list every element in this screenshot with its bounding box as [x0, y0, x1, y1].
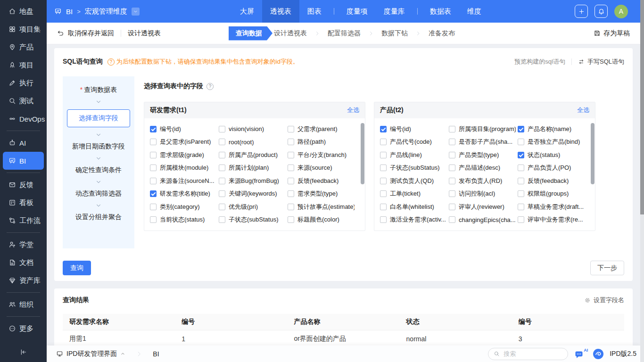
- tab-度量库[interactable]: 度量库: [376, 0, 413, 23]
- field-checkbox-item[interactable]: 白名单(whitelist): [380, 203, 449, 211]
- save-draft-button[interactable]: 存为草稿: [594, 29, 630, 38]
- current-app-label[interactable]: BI: [153, 350, 159, 358]
- field-checkbox-item[interactable]: 所属产品(product): [219, 151, 288, 159]
- sidebar-item-feedback[interactable]: 反馈: [3, 176, 44, 194]
- fields-help-icon[interactable]: ?: [206, 83, 214, 90]
- checkbox-unchecked[interactable]: [449, 165, 455, 171]
- checkbox-unchecked[interactable]: [449, 126, 455, 132]
- checkbox-unchecked[interactable]: [219, 152, 225, 158]
- field-checkbox-item[interactable]: 评审人(reviewer): [449, 203, 518, 211]
- page-scrollbar-thumb[interactable]: [640, 0, 644, 214]
- wizard-step-2[interactable]: 设计透视表: [272, 29, 308, 38]
- query-step-5[interactable]: 动态查询筛选器: [75, 189, 122, 198]
- query-step-1[interactable]: *查询数据表: [80, 86, 117, 94]
- checkbox-unchecked[interactable]: [219, 178, 225, 184]
- sidebar-item-bi[interactable]: BI: [3, 152, 44, 170]
- field-checkbox-item[interactable]: 产品代号(code): [380, 138, 449, 146]
- field-checkbox-item[interactable]: 是父需求(isParent): [150, 138, 219, 146]
- checkbox-unchecked[interactable]: [288, 178, 294, 184]
- sidebar-item-devops[interactable]: DevOps: [3, 110, 44, 128]
- field-checkbox-item[interactable]: 编号(id): [380, 125, 449, 133]
- select-all-link[interactable]: 全选: [577, 106, 589, 115]
- field-checkbox-item[interactable]: 所属模块(module): [150, 164, 219, 172]
- field-checkbox-item[interactable]: 子状态(subStatus): [219, 215, 288, 224]
- checkbox-unchecked[interactable]: [449, 178, 455, 184]
- checkbox-unchecked[interactable]: [219, 165, 225, 171]
- checkbox-unchecked[interactable]: [219, 190, 225, 197]
- field-checkbox-item[interactable]: 子状态(subStatus): [380, 164, 449, 172]
- wizard-step-4[interactable]: 数据下钻: [380, 29, 409, 38]
- checkbox-unchecked[interactable]: [150, 178, 157, 184]
- workspace-switcher[interactable]: IPD研发管理界面: [56, 350, 125, 358]
- field-checkbox-item[interactable]: vision(vision): [219, 125, 288, 132]
- field-checkbox-item[interactable]: 产品描述(desc): [449, 164, 518, 172]
- checkbox-unchecked[interactable]: [288, 126, 294, 132]
- checkbox-unchecked[interactable]: [518, 190, 524, 197]
- sidebar-collapse-button[interactable]: [0, 342, 47, 362]
- wizard-step-3[interactable]: 配置筛选器: [326, 29, 362, 38]
- checkbox-unchecked[interactable]: [518, 178, 524, 184]
- checkbox-unchecked[interactable]: [219, 139, 225, 145]
- field-checkbox-item[interactable]: 权限组(groups): [518, 189, 586, 198]
- checkbox-checked[interactable]: [518, 126, 524, 132]
- field-checkbox-item[interactable]: 优先级(pri): [219, 203, 288, 211]
- checkbox-unchecked[interactable]: [449, 216, 455, 223]
- ai-assistant-button[interactable]: AI: [574, 348, 587, 360]
- sidebar-item-programs[interactable]: 项目集: [3, 20, 44, 38]
- page-title[interactable]: 宏观管理维度: [85, 7, 127, 16]
- checkbox-unchecked[interactable]: [288, 204, 294, 210]
- sidebar-item-learning[interactable]: 学堂: [3, 236, 44, 254]
- field-checkbox-item[interactable]: 来源Bug(fromBug): [219, 177, 288, 185]
- checkbox-unchecked[interactable]: [150, 139, 157, 145]
- field-checkbox-item[interactable]: 预计故事点(estimate): [288, 203, 356, 211]
- field-checkbox-item[interactable]: 产品类型(type): [449, 151, 518, 159]
- sidebar-item-workflow[interactable]: 工作流: [3, 212, 44, 230]
- field-checkbox-item[interactable]: 当前状态(status): [150, 215, 219, 224]
- ipd-logo-icon[interactable]: [593, 349, 603, 359]
- panel-scrollbar-thumb[interactable]: [361, 123, 364, 184]
- query-button[interactable]: 查询: [63, 261, 91, 275]
- sidebar-item-execution[interactable]: 执行: [3, 74, 44, 92]
- field-checkbox-item[interactable]: 来源备注(sourceN...: [150, 177, 219, 185]
- select-all-link[interactable]: 全选: [347, 106, 359, 115]
- checkbox-unchecked[interactable]: [380, 190, 387, 197]
- field-checkbox-item[interactable]: 平台/分支(branch): [288, 151, 356, 159]
- sidebar-item-home[interactable]: 地盘: [3, 2, 44, 20]
- wizard-step-5[interactable]: 准备发布: [427, 29, 456, 38]
- tab-图表[interactable]: 图表: [299, 0, 330, 23]
- checkbox-unchecked[interactable]: [518, 204, 524, 210]
- manual-sql-link[interactable]: 手写SQL语句: [578, 58, 624, 66]
- checkbox-unchecked[interactable]: [150, 216, 157, 223]
- tab-透视表[interactable]: 透视表: [262, 0, 299, 23]
- checkbox-unchecked[interactable]: [219, 126, 225, 132]
- avatar[interactable]: A: [614, 5, 628, 18]
- checkbox-unchecked[interactable]: [150, 204, 157, 210]
- field-checkbox-item[interactable]: changingEpics(cha...: [449, 216, 518, 223]
- query-step-4[interactable]: 确定性查询条件: [75, 166, 122, 174]
- checkbox-unchecked[interactable]: [449, 152, 455, 158]
- search-input[interactable]: [503, 350, 562, 358]
- tab-度量项[interactable]: 度量项: [339, 0, 376, 23]
- checkbox-unchecked[interactable]: [449, 190, 455, 197]
- checkbox-unchecked[interactable]: [449, 139, 455, 145]
- field-checkbox-item[interactable]: root(root): [219, 139, 288, 146]
- checkbox-unchecked[interactable]: [219, 204, 225, 210]
- checkbox-checked[interactable]: [150, 190, 157, 197]
- checkbox-checked[interactable]: [380, 126, 387, 132]
- checkbox-unchecked[interactable]: [288, 190, 294, 197]
- field-checkbox-item[interactable]: 访问控制(acl): [449, 189, 518, 198]
- cancel-save-return-button[interactable]: 取消保存并返回: [57, 29, 114, 38]
- checkbox-checked[interactable]: [518, 152, 524, 158]
- checkbox-unchecked[interactable]: [518, 216, 524, 223]
- field-checkbox-item[interactable]: 激活业务需求(activ...: [380, 215, 449, 224]
- tab-维度[interactable]: 维度: [459, 0, 489, 23]
- field-checkbox-item[interactable]: 草稿业务需求(draft...: [518, 203, 586, 211]
- next-step-button[interactable]: 下一步: [590, 261, 624, 275]
- tab-数据表[interactable]: 数据表: [422, 0, 459, 23]
- field-checkbox-item[interactable]: 发布负责人(RD): [449, 177, 518, 185]
- create-new-button[interactable]: [575, 5, 588, 18]
- checkbox-unchecked[interactable]: [150, 165, 157, 171]
- query-step-2[interactable]: 选择查询字段: [67, 109, 130, 127]
- checkbox-unchecked[interactable]: [449, 204, 455, 210]
- checkbox-unchecked[interactable]: [288, 165, 294, 171]
